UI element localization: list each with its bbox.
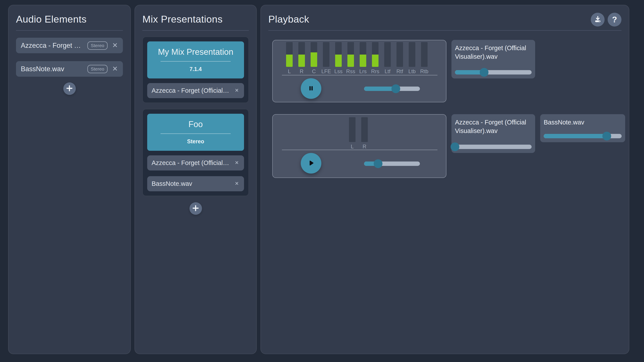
volume-thumb[interactable] (480, 68, 488, 77)
pause-icon (306, 84, 316, 94)
add-mix-presentation-button[interactable] (190, 202, 202, 215)
channel-meter: LFE (323, 42, 330, 75)
volume-thumb[interactable] (602, 132, 611, 140)
channel-label: Ltb (408, 68, 416, 75)
playback-title: Playback (268, 13, 588, 26)
channel-label: L (351, 144, 354, 150)
close-icon (234, 181, 240, 187)
volume-slider[interactable] (455, 145, 532, 149)
channel-meters: L R C LFE Lss Rss Lrs Rrs Ltf Rtf Ltb Rt… (286, 42, 428, 75)
channel-label: Rtb (420, 68, 428, 75)
track-card: BassNote.wav (540, 114, 625, 142)
panel-mix-presentations: Mix Presentations My Mix Presentation 7.… (134, 5, 257, 354)
audio-element-name: Azzecca - Forget (Official Visualiser).w… (21, 42, 83, 50)
meter-fill (298, 55, 305, 67)
channel-label: Rss (346, 68, 355, 75)
audio-elements-title: Audio Elements (16, 13, 123, 26)
mix-layout-label: Stereo (150, 138, 242, 145)
channel-meter: Rtb (421, 42, 428, 75)
track-card: Azzecca - Forget (Official Visualiser).w… (452, 114, 535, 153)
mix-presentation-card: My Mix Presentation 7.1.4 Azzecca - Forg… (142, 37, 249, 103)
playback-row: L R C LFE Lss Rss Lrs Rrs Ltf Rtf Ltb Rt… (272, 40, 622, 102)
mix-element-item[interactable]: Azzecca - Forget (Official Visualiser).w… (147, 155, 244, 170)
mix-header-divider (160, 133, 231, 134)
channel-label: Rrs (371, 68, 379, 75)
remove-mix-element-button[interactable] (234, 88, 240, 94)
mix-presentation-name: My Mix Presentation (150, 47, 242, 57)
play-button[interactable] (301, 153, 321, 174)
meter-fill (286, 55, 293, 67)
mix-element-item[interactable]: BassNote.wav (147, 176, 244, 191)
audio-element-item[interactable]: BassNote.wav Stereo (16, 61, 123, 77)
track-card: Azzecca - Forget (Official Visualiser).w… (452, 40, 535, 79)
meter-fill (348, 55, 354, 67)
volume-fill (544, 134, 607, 138)
remove-mix-element-button[interactable] (234, 181, 240, 187)
meter-fill (335, 55, 342, 67)
plus-icon (66, 85, 73, 93)
close-icon (112, 66, 118, 72)
channel-meter: R (298, 42, 305, 75)
player-surround: L R C LFE Lss Rss Lrs Rrs Ltf Rtf Ltb Rt… (272, 40, 446, 102)
player-stereo: L R (272, 114, 446, 178)
add-audio-element-button[interactable] (63, 82, 76, 95)
channel-meter: Rtf (396, 42, 403, 75)
volume-slider[interactable] (544, 134, 622, 138)
stereo-badge: Stereo (88, 65, 108, 73)
track-name: Azzecca - Forget (Official Visualiser).w… (455, 118, 532, 135)
channel-meter: C (310, 42, 317, 75)
mix-element-name: Azzecca - Forget (Official Visualiser).w… (152, 87, 230, 94)
volume-slider[interactable] (455, 70, 532, 75)
play-icon (306, 158, 316, 169)
title-divider (268, 30, 622, 31)
channel-meter: Ltf (384, 42, 391, 75)
progress-slider[interactable] (364, 162, 420, 166)
title-divider (16, 30, 123, 31)
progress-thumb[interactable] (392, 84, 400, 93)
app-root: Audio Elements Azzecca - Forget (Officia… (0, 0, 644, 362)
audio-element-name: BassNote.wav (21, 65, 83, 73)
help-button[interactable]: ? (608, 13, 622, 27)
channel-label: Rtf (396, 68, 403, 75)
close-icon (234, 160, 240, 166)
mix-header-divider (160, 61, 231, 62)
player-divider (282, 150, 438, 150)
title-divider (142, 30, 249, 31)
channel-label: LFE (321, 68, 331, 75)
mix-presentation-card: Foo Stereo Azzecca - Forget (Official Vi… (142, 109, 249, 196)
channel-meter: Lss (335, 42, 342, 75)
track-name: Azzecca - Forget (Official Visualiser).w… (455, 44, 532, 61)
audio-element-item[interactable]: Azzecca - Forget (Official Visualiser).w… (16, 38, 123, 53)
volume-thumb[interactable] (450, 142, 459, 151)
channel-meter: Rrs (372, 42, 378, 75)
pause-button[interactable] (301, 78, 321, 99)
panel-playback: Playback ? L R (260, 5, 629, 354)
channel-label: R (300, 68, 304, 75)
meter-fill (310, 52, 317, 67)
plus-icon (192, 204, 199, 213)
download-icon (594, 15, 602, 24)
remove-audio-element-button[interactable] (112, 66, 118, 72)
progress-slider[interactable] (364, 87, 420, 91)
channel-meter: Lrs (360, 42, 366, 75)
player-divider (282, 75, 438, 75)
download-button[interactable] (591, 13, 604, 27)
channel-meter: Rss (348, 42, 354, 75)
remove-audio-element-button[interactable] (112, 43, 118, 49)
channel-label: C (312, 68, 316, 75)
channel-meter: L (286, 42, 293, 75)
mix-presentation-header[interactable]: My Mix Presentation 7.1.4 (147, 42, 244, 79)
mix-presentation-header[interactable]: Foo Stereo (147, 114, 244, 151)
progress-thumb[interactable] (374, 159, 382, 168)
panel-audio-elements: Audio Elements Azzecca - Forget (Officia… (8, 5, 131, 354)
stereo-badge: Stereo (88, 42, 108, 50)
channel-meter: R (361, 117, 368, 150)
help-icon: ? (612, 16, 617, 24)
close-icon (234, 88, 240, 94)
playback-row: L R Azzecca - Forget (Offici (272, 114, 622, 178)
mix-element-name: BassNote.wav (152, 180, 230, 187)
remove-mix-element-button[interactable] (234, 160, 240, 166)
mix-element-item[interactable]: Azzecca - Forget (Official Visualiser).w… (147, 83, 244, 98)
channel-label: R (362, 144, 366, 150)
mix-element-name: Azzecca - Forget (Official Visualiser).w… (152, 159, 230, 167)
